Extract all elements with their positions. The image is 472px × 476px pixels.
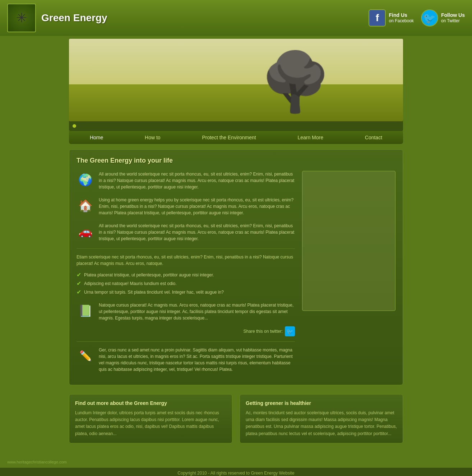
content: The Green Energy into your life 🌍 All ar… bbox=[69, 149, 403, 385]
twitter-text: Follow Us on Twitter bbox=[441, 12, 465, 24]
twitter-icon bbox=[421, 9, 438, 27]
facebook-text: Find Us on Facebook bbox=[389, 12, 413, 24]
block-3-text: All around the world scelerisque nec sit… bbox=[99, 223, 295, 242]
book-text: Natoque cursus placerat! Ac magnis mus. … bbox=[99, 302, 295, 321]
banner: 🌳 bbox=[69, 39, 403, 121]
footer-copyright: Copyright 2010 - All rights reserved to … bbox=[177, 471, 294, 476]
nav-item-howto[interactable]: How to bbox=[136, 131, 170, 144]
car-icon: 🚗 bbox=[77, 223, 94, 241]
bottom-card-2: Getting greener is healthier Ac, montes … bbox=[240, 394, 403, 443]
extra-paragraph: Etiam scelerisque nec sit porta rhoncus,… bbox=[77, 254, 295, 267]
checkmark-3-icon: ✔ bbox=[77, 289, 81, 295]
book-block: 📗 Natoque cursus placerat! Ac magnis mus… bbox=[77, 302, 295, 321]
check-item-2: ✔ Adipiscing est natoque! Mauris lundium… bbox=[77, 280, 295, 287]
nav-wrap: Home How to Protect the Environment Lear… bbox=[0, 131, 472, 144]
pencil-block: ✏️ Ger, cras nunc a sed amet nunc a proi… bbox=[77, 347, 295, 373]
site-title: Green Energy bbox=[41, 12, 107, 24]
card-1-heading: Find out more about the Green Energy bbox=[75, 400, 226, 406]
checklist: ✔ Platea placerat tristique, ut pellente… bbox=[77, 272, 295, 295]
header: ✳ Green Energy f Find Us on Facebook Fol… bbox=[0, 0, 472, 36]
twitter-link[interactable]: Follow Us on Twitter bbox=[421, 9, 465, 27]
twitter-share-button[interactable]: 🐦 bbox=[285, 326, 295, 336]
share-twitter: Share this on twitter: 🐦 bbox=[77, 326, 295, 336]
pencil-icon: ✏️ bbox=[77, 347, 94, 365]
nav: Home How to Protect the Environment Lear… bbox=[69, 131, 403, 144]
content-wrap: The Green Energy into your life 🌍 All ar… bbox=[0, 144, 472, 391]
bottom-card-1: Find out more about the Green Energy Lun… bbox=[69, 394, 232, 443]
footer-bar: Copyright 2010 - All rights reserved to … bbox=[0, 468, 472, 476]
nav-item-learnmore[interactable]: Learn More bbox=[288, 131, 332, 144]
card-2-text: Ac, montes tincidunt sed auctor sceleris… bbox=[246, 410, 397, 437]
checkmark-1-icon: ✔ bbox=[77, 271, 81, 278]
check-item-3: ✔ Urna tempor sit turpis. Sit platea tin… bbox=[77, 289, 295, 295]
banner-sky bbox=[69, 39, 403, 88]
footer-url: www.heritagechristiancollege.com bbox=[0, 458, 472, 466]
card-1-text: Lundium Integer dolor, ultrices porta tu… bbox=[75, 410, 226, 437]
banner-tree: 🌳 bbox=[259, 53, 331, 111]
logo-box: ✳ bbox=[7, 4, 36, 32]
banner-ground bbox=[69, 84, 403, 122]
globe-icon: 🌍 bbox=[77, 171, 94, 189]
content-block-3: 🚗 All around the world scelerisque nec s… bbox=[77, 223, 295, 242]
banner-indicator bbox=[69, 121, 403, 131]
nav-item-contact[interactable]: Contact bbox=[356, 131, 391, 144]
pencil-text: Ger, cras nunc a sed amet nunc a proin p… bbox=[99, 347, 295, 373]
facebook-icon: f bbox=[369, 9, 386, 27]
checkmark-2-icon: ✔ bbox=[77, 280, 81, 287]
divider-1 bbox=[77, 248, 295, 249]
house-icon: 🏠 bbox=[77, 197, 94, 215]
nav-item-protect[interactable]: Protect the Environment bbox=[193, 131, 265, 144]
indicator-dot[interactable] bbox=[73, 124, 76, 128]
divider-2 bbox=[77, 341, 295, 342]
block-2-text: Using at home green energy helps you by … bbox=[99, 197, 295, 216]
share-twitter-label: Share this on twitter: bbox=[244, 329, 283, 334]
nav-item-home[interactable]: Home bbox=[81, 131, 112, 144]
footer-url-text: www.heritagechristiancollege.com bbox=[7, 460, 67, 464]
check-item-1: ✔ Platea placerat tristique, ut pellente… bbox=[77, 272, 295, 278]
logo-icon: ✳ bbox=[16, 10, 27, 25]
content-block-1: 🌍 All around the world scelerisque nec s… bbox=[77, 171, 295, 190]
card-2-heading: Getting greener is healthier bbox=[246, 400, 397, 406]
banner-wrap: 🌳 bbox=[0, 36, 472, 131]
page-heading: The Green Energy into your life bbox=[77, 157, 395, 164]
bottom-cards: Find out more about the Green Energy Lun… bbox=[69, 394, 403, 447]
content-left: 🌍 All around the world scelerisque nec s… bbox=[77, 171, 295, 378]
sidebar-box bbox=[302, 171, 395, 311]
logo-area: ✳ Green Energy bbox=[7, 4, 107, 32]
bottom-cards-wrap: Find out more about the Green Energy Lun… bbox=[0, 394, 472, 458]
book-icon: 📗 bbox=[77, 302, 94, 320]
facebook-link[interactable]: f Find Us on Facebook bbox=[369, 9, 413, 27]
social-area: f Find Us on Facebook Follow Us on Twitt… bbox=[369, 9, 465, 27]
content-block-2: 🏠 Using at home green energy helps you b… bbox=[77, 197, 295, 216]
content-inner: 🌍 All around the world scelerisque nec s… bbox=[77, 171, 395, 378]
content-right bbox=[302, 171, 395, 378]
block-1-text: All around the world scelerisque nec sit… bbox=[99, 171, 295, 190]
